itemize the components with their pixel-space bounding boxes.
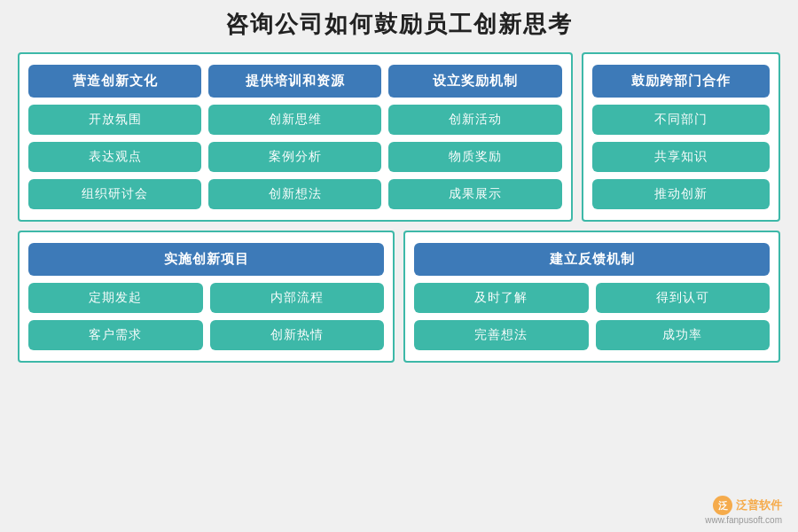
col3-header: 设立奖励机制: [388, 65, 561, 98]
bottom-right-item-3: 完善想法: [414, 320, 589, 350]
bottom-left-grid: 定期发起 内部流程 客户需求 创新热情: [28, 283, 384, 350]
bottom-right-grid: 及时了解 得到认可 完善想法 成功率: [414, 283, 770, 350]
main-content: 营造创新文化 开放氛围 表达观点 组织研讨会 提供培训和资源 创新思维 案例分析…: [18, 52, 780, 523]
col-reward: 设立奖励机制 创新活动 物质奖励 成果展示: [388, 65, 561, 209]
top-row: 营造创新文化 开放氛围 表达观点 组织研讨会 提供培训和资源 创新思维 案例分析…: [18, 52, 780, 222]
col2-item-1: 创新思维: [208, 105, 381, 135]
bottom-right-box: 建立反馈机制 及时了解 得到认可 完善想法 成功率: [403, 231, 780, 363]
logo-icon: 泛: [713, 496, 732, 515]
top-right-item-1: 不同部门: [592, 105, 771, 135]
bottom-row: 实施创新项目 定期发起 内部流程 客户需求 创新热情 建立反馈机制 及时了解 得…: [18, 231, 780, 363]
bottom-left-item-3: 客户需求: [28, 320, 203, 350]
watermark-text: 泛普软件: [736, 497, 782, 513]
top-right-item-2: 共享知识: [592, 142, 771, 172]
col-training: 提供培训和资源 创新思维 案例分析 创新想法: [208, 65, 381, 209]
top-left-box: 营造创新文化 开放氛围 表达观点 组织研讨会 提供培训和资源 创新思维 案例分析…: [18, 52, 573, 222]
col2-item-3: 创新想法: [208, 179, 381, 209]
bottom-left-box: 实施创新项目 定期发起 内部流程 客户需求 创新热情: [18, 231, 395, 363]
bottom-right-header: 建立反馈机制: [414, 243, 770, 276]
bottom-left-item-4: 创新热情: [210, 320, 385, 350]
col3-item-3: 成果展示: [388, 179, 561, 209]
watermark-url: www.fanpusoft.com: [705, 515, 782, 525]
bottom-right-item-4: 成功率: [596, 320, 771, 350]
page-title: 咨询公司如何鼓励员工创新思考: [225, 9, 573, 40]
bottom-left-header: 实施创新项目: [28, 243, 384, 276]
col1-item-2: 表达观点: [28, 142, 201, 172]
col1-header: 营造创新文化: [28, 65, 201, 98]
bottom-left-item-2: 内部流程: [210, 283, 385, 313]
top-right-item-3: 推动创新: [592, 179, 771, 209]
watermark: 泛 泛普软件 www.fanpusoft.com: [705, 496, 782, 525]
top-right-header: 鼓励跨部门合作: [592, 65, 771, 98]
bottom-right-item-1: 及时了解: [414, 283, 589, 313]
bottom-left-item-1: 定期发起: [28, 283, 203, 313]
watermark-logo: 泛 泛普软件: [713, 496, 782, 515]
col1-item-3: 组织研讨会: [28, 179, 201, 209]
bottom-right-item-2: 得到认可: [596, 283, 771, 313]
col2-header: 提供培训和资源: [208, 65, 381, 98]
col-culture: 营造创新文化 开放氛围 表达观点 组织研讨会: [28, 65, 201, 209]
col3-item-2: 物质奖励: [388, 142, 561, 172]
col3-item-1: 创新活动: [388, 105, 561, 135]
top-right-box: 鼓励跨部门合作 不同部门 共享知识 推动创新: [582, 52, 781, 222]
col2-item-2: 案例分析: [208, 142, 381, 172]
col1-item-1: 开放氛围: [28, 105, 201, 135]
